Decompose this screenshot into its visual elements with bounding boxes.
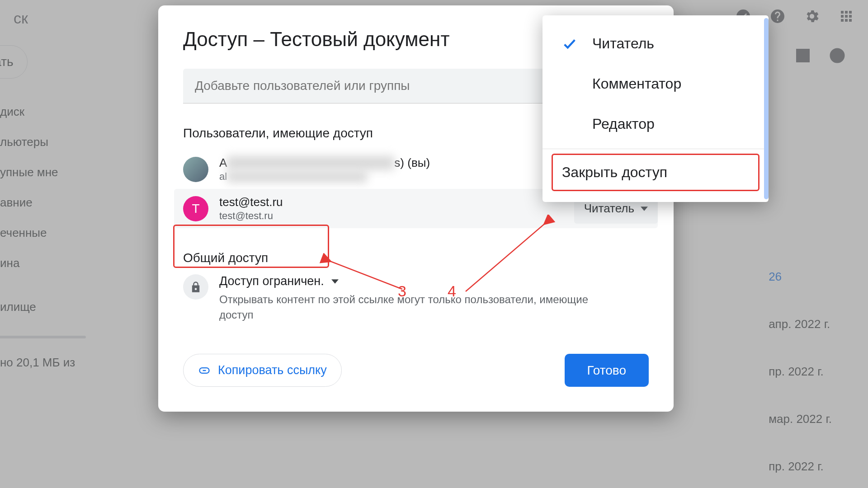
guest-name: test@test.ru [219,195,283,209]
owner-avatar [183,157,208,182]
annotation-label-3: 3 [398,282,406,300]
general-access-description: Открывать контент по этой ссылке могут т… [219,292,608,322]
role-menu: Читатель Комментатор Редактор Закрыть до… [542,15,769,202]
guest-avatar: T [183,196,208,221]
check-icon [561,36,579,52]
copy-link-label: Копировать ссылку [218,363,327,377]
menu-separator [542,149,769,149]
guest-role-label: Читатель [584,202,634,216]
link-icon [198,364,211,377]
owner-name: Axxxxxxxxxs) (вы) [219,156,430,170]
guest-email: test@test.ru [219,210,283,222]
copy-link-button[interactable]: Копировать ссылку [183,354,342,387]
role-option-commenter[interactable]: Комментатор [542,64,769,104]
general-access-row: Доступ ограничен. Открывать контент по э… [183,274,649,322]
role-option-editor[interactable]: Редактор [542,104,769,144]
role-option-remove-access[interactable]: Закрыть доступ [552,154,760,191]
lock-icon [183,274,208,300]
role-option-viewer[interactable]: Читатель [542,23,769,64]
general-access-heading: Общий доступ [183,251,649,265]
owner-email: alxxxxxx [219,171,430,183]
done-button[interactable]: Готово [565,354,649,387]
chevron-down-icon [641,205,648,212]
annotation-label-4: 4 [448,282,456,300]
chevron-down-icon [331,278,339,285]
general-access-dropdown[interactable]: Доступ ограничен. [219,274,608,288]
menu-scrollbar[interactable] [764,18,769,199]
